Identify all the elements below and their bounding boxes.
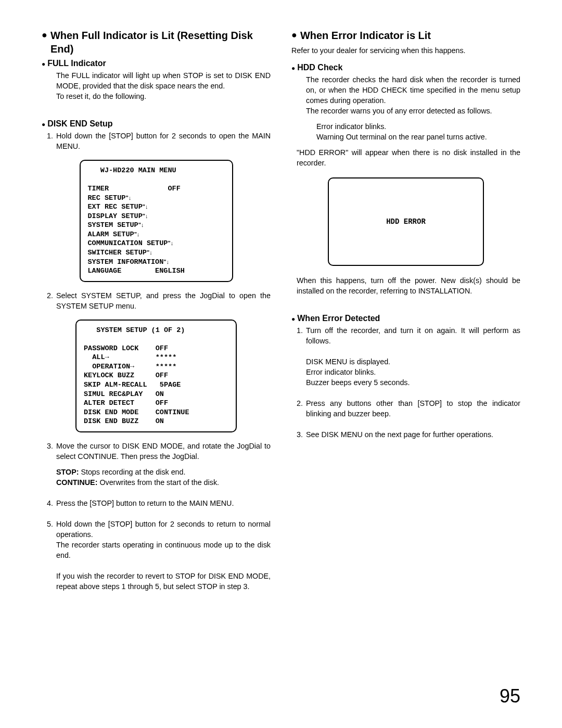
continue-definition: CONTINUE: Overwrites from the start of t… [56, 477, 271, 488]
submenu-arrow-icon: "↓ [125, 194, 131, 201]
continue-text: Overwrites from the start of the disk. [97, 478, 219, 487]
menu-title: SYSTEM SETUP (1 OF 2) [84, 326, 185, 334]
submenu-arrow-icon: "↓ [147, 249, 152, 256]
step-number: 5. [47, 519, 56, 592]
subheading-disk-end-setup: ●DISK END Setup [42, 119, 271, 129]
menu-line: EXT REC SETUP [88, 203, 143, 211]
step-text: Move the cursor to DISK END MODE, and ro… [56, 441, 271, 462]
step-number: 2. [297, 398, 306, 419]
subheading-text: DISK END Setup [47, 119, 112, 128]
heading-text: When Error Indicator is Lit [300, 29, 431, 42]
stop-definition: STOP: Stops recording at the disk end. [56, 467, 271, 477]
menu-line: REC SETUP [88, 194, 126, 202]
heading-error-indicator-section: ● When Error Indicator is Lit [291, 29, 520, 42]
submenu-arrow-icon: "↓ [168, 239, 173, 247]
bullet-icon: ● [42, 60, 45, 68]
err1b1: DISK MENU is displayed. [306, 357, 390, 366]
bullet-icon: ● [42, 29, 47, 42]
step-number: 2. [47, 290, 56, 311]
step-number: 3. [47, 441, 56, 462]
step5c: If you wish the recorder to revert to ST… [56, 572, 271, 591]
step-text: Press any buttons other than [STOP] to s… [306, 398, 520, 419]
hdd-error-text: HDD ERROR [386, 218, 426, 226]
hdd-bullet-1: Error indicator blinks. [316, 121, 520, 132]
stop-label: STOP: [56, 468, 79, 476]
submenu-arrow-icon: "↓ [143, 212, 148, 220]
step-number: 1. [47, 131, 56, 151]
subheading-full-indicator: ●FULL Indicator [42, 59, 271, 68]
err1b2: Error indicator blinks. [306, 368, 376, 376]
main-menu-box: WJ-HD220 MAIN MENU TIMER OFF REC SETUP"↓… [80, 160, 233, 282]
step-3: 3. Move the cursor to DISK END MODE, and… [47, 441, 271, 462]
menu-line: KEYLOCK BUZZ OFF [84, 372, 168, 379]
left-column: ● When Full Indicator is Lit (Resetting … [42, 29, 271, 592]
page-content: ● When Full Indicator is Lit (Resetting … [42, 29, 520, 592]
submenu-arrow-icon: "↓ [163, 258, 169, 265]
err-step-2: 2. Press any buttons other than [STOP] t… [297, 398, 520, 419]
err-step-1: 1. Turn off the recorder, and turn it on… [297, 325, 520, 388]
step-text: Hold down the [STOP] button for 2 second… [56, 131, 271, 151]
menu-line: ALTER DETECT OFF [84, 399, 168, 407]
bullet-icon: ● [291, 29, 297, 42]
full-indicator-p2: To reset it, do the following. [56, 91, 271, 101]
menu-line: SIMUL REC&PLAY ON [84, 390, 164, 398]
hdd-p3: "HDD ERROR" will appear when there is no… [297, 147, 520, 168]
err-step-3: 3. See DISK MENU on the next page for fu… [297, 429, 520, 440]
subheading-text: FULL Indicator [47, 59, 106, 68]
bullet-icon: ● [291, 65, 295, 72]
menu-title: WJ-HD220 MAIN MENU [88, 167, 176, 174]
hdd-p1: The recorder checks the hard disk when t… [306, 74, 520, 106]
step-text: Press the [STOP] button to return to the… [56, 498, 271, 508]
hdd-bullet-2: Warning Out terminal on the rear panel t… [316, 132, 520, 142]
err1b3: Buzzer beeps every 5 seconds. [306, 378, 410, 387]
menu-line: DISPLAY SETUP [88, 212, 143, 220]
error-intro: Refer to your dealer for servicing when … [291, 45, 520, 56]
hdd-error-box: HDD ERROR [328, 177, 484, 266]
subheading-when-error-detected: ●When Error Detected [291, 314, 520, 323]
stop-text: Stops recording at the disk end. [79, 468, 185, 476]
menu-line: DISK END MODE CONTINUE [84, 408, 189, 416]
heading-text: When Full Indicator is Lit (Resetting Di… [50, 29, 271, 56]
step5b: The recorder starts operating in continu… [56, 541, 271, 559]
menu-line: SYSTEM SETUP [88, 221, 138, 229]
step-number: 4. [47, 498, 56, 508]
menu-line: ALARM SETUP [88, 231, 134, 238]
subheading-text: HDD Check [297, 63, 342, 72]
menu-line: COMMUNICATION SETUP [88, 239, 168, 247]
system-setup-box: SYSTEM SETUP (1 OF 2) PASSWORD LOCK OFF … [75, 320, 237, 432]
right-column: ● When Error Indicator is Lit Refer to y… [291, 29, 520, 592]
step-number: 1. [297, 325, 306, 388]
step-1: 1. Hold down the [STOP] button for 2 sec… [47, 131, 271, 151]
step5a: Hold down the [STOP] button for 2 second… [56, 520, 271, 539]
bullet-icon: ● [291, 315, 295, 323]
step-number: 3. [297, 429, 306, 440]
step-2: 2. Select SYSTEM SETUP, and press the Jo… [47, 290, 271, 311]
subheading-text: When Error Detected [297, 314, 380, 323]
subheading-hdd-check: ●HDD Check [291, 63, 520, 72]
menu-line: SYSTEM INFORMATION [88, 258, 164, 266]
hdd-p2: The recorder warns you of any error dete… [306, 106, 520, 116]
menu-line: DISK END BUZZ ON [84, 417, 164, 425]
step-text: Hold down the [STOP] button for 2 second… [56, 519, 271, 592]
continue-label: CONTINUE: [56, 478, 97, 487]
step-5: 5. Hold down the [STOP] button for 2 sec… [47, 519, 271, 592]
menu-line: LANGUAGE ENGLISH [88, 267, 185, 275]
step-4: 4. Press the [STOP] button to return to … [47, 498, 271, 508]
menu-line: OPERATION→ ***** [84, 363, 176, 371]
hdd-p4: When this happens, turn off the power. N… [297, 275, 520, 296]
heading-full-indicator-section: ● When Full Indicator is Lit (Resetting … [42, 29, 271, 56]
menu-line: PASSWORD LOCK OFF [84, 344, 168, 352]
submenu-arrow-icon: "↓ [143, 203, 148, 210]
step-text: Turn off the recorder, and turn it on ag… [306, 325, 520, 388]
bullet-icon: ● [42, 121, 45, 128]
menu-line: ALL→ ***** [84, 353, 176, 361]
submenu-arrow-icon: "↓ [134, 231, 140, 238]
full-indicator-p1: The FULL indicator will light up when ST… [56, 70, 271, 91]
submenu-arrow-icon: "↓ [138, 221, 144, 228]
err1a: Turn off the recorder, and turn it on ag… [306, 326, 520, 345]
step-text: Select SYSTEM SETUP, and press the JogDi… [56, 290, 271, 311]
menu-line: TIMER OFF [88, 185, 181, 193]
menu-line: SKIP ALM-RECALL 5PAGE [84, 381, 181, 389]
page-number: 95 [500, 685, 520, 707]
menu-line: SWITCHER SETUP [88, 249, 147, 257]
